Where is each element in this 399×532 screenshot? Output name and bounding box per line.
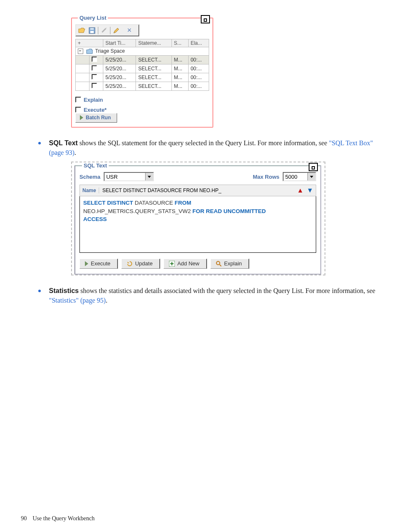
name-header[interactable]: Name bbox=[82, 188, 99, 193]
query-list-table: + Start Ti... Stateme... S... Ela... bbox=[75, 39, 209, 91]
cell-start: 5/25/20... bbox=[103, 82, 136, 90]
sql-text-term: SQL Text bbox=[49, 139, 78, 146]
page-title: Use the Query Workbench bbox=[33, 515, 95, 522]
group-label: Triage Space bbox=[95, 48, 125, 54]
maxrows-label: Max Rows bbox=[253, 174, 279, 180]
cell-stmt: SELECT... bbox=[136, 55, 171, 64]
expand-up-icon[interactable]: ▲ bbox=[297, 187, 304, 194]
statistics-term: Statistics bbox=[49, 287, 79, 294]
toolbar-separator bbox=[110, 27, 110, 34]
magnifier-icon bbox=[216, 261, 222, 267]
page-number: 90 bbox=[21, 515, 27, 522]
col-elapsed[interactable]: Ela... bbox=[188, 39, 209, 47]
add-new-button[interactable]: Add New bbox=[164, 259, 207, 269]
table-header-row: + Start Ti... Stateme... S... Ela... bbox=[76, 39, 209, 47]
query-list-footer: Explain Execute* Batch Run bbox=[75, 97, 209, 123]
row-checkbox[interactable] bbox=[92, 83, 97, 88]
col-s[interactable]: S... bbox=[171, 39, 188, 47]
svg-point-5 bbox=[216, 261, 220, 265]
table-row[interactable]: 5/25/20... SELECT... M... 00:... bbox=[76, 55, 209, 64]
svg-rect-1 bbox=[90, 31, 94, 33]
cell-ela: 00:... bbox=[188, 55, 209, 64]
toolbar-separator bbox=[98, 27, 98, 34]
sql-text-title: SQL Text bbox=[82, 162, 109, 169]
cell-ela: 00:... bbox=[188, 73, 209, 82]
sql-body[interactable]: SELECT DISTINCT DATASOURCE FROM NEO.HP_M… bbox=[79, 196, 316, 253]
bullet-icon: • bbox=[38, 288, 41, 294]
batch-run-button[interactable]: Batch Run bbox=[75, 113, 117, 123]
col-start-time[interactable]: Start Ti... bbox=[103, 39, 136, 47]
execute-label[interactable]: Execute* bbox=[84, 107, 107, 113]
save-icon[interactable] bbox=[88, 27, 96, 34]
explain-checkbox[interactable] bbox=[75, 97, 81, 103]
cell-stmt: SELECT... bbox=[136, 64, 171, 73]
paragraph-statistics: Statistics shows the statistics and deta… bbox=[49, 286, 378, 305]
pencil-icon[interactable] bbox=[112, 27, 120, 34]
row-checkbox[interactable] bbox=[92, 74, 97, 80]
folder-icon bbox=[86, 49, 93, 54]
explain-button[interactable]: Explain bbox=[210, 259, 250, 269]
open-folder-icon[interactable] bbox=[78, 27, 86, 34]
cell-start: 5/25/20... bbox=[103, 73, 136, 82]
explain-label[interactable]: Explain bbox=[84, 97, 103, 103]
link-statistics[interactable]: "Statistics" (page 95) bbox=[49, 297, 106, 304]
schema-value: USR bbox=[106, 174, 118, 180]
execute-checkbox[interactable] bbox=[75, 107, 81, 113]
maximize-icon[interactable] bbox=[309, 163, 318, 171]
bullet-icon: • bbox=[38, 141, 41, 146]
cell-ela: 00:... bbox=[188, 64, 209, 73]
sql-text-panel: SQL Text Schema USR Max Rows 5000 Name S… bbox=[74, 162, 321, 275]
row-checkbox[interactable] bbox=[92, 57, 97, 62]
row-checkbox[interactable] bbox=[92, 65, 97, 71]
plus-icon bbox=[169, 261, 175, 267]
cell-stmt: SELECT... bbox=[136, 73, 171, 82]
schema-select[interactable]: USR bbox=[104, 172, 154, 181]
expand-down-icon[interactable]: ▼ bbox=[307, 187, 313, 194]
col-statement[interactable]: Stateme... bbox=[136, 39, 171, 47]
close-x-icon[interactable]: × bbox=[122, 26, 137, 35]
svg-point-3 bbox=[106, 27, 107, 28]
update-button[interactable]: Update bbox=[121, 259, 160, 269]
cell-s: M... bbox=[171, 82, 188, 90]
cell-ela: 00:... bbox=[188, 82, 209, 90]
chevron-down-icon[interactable] bbox=[307, 173, 315, 180]
maxrows-select[interactable]: 5000 bbox=[283, 172, 316, 181]
name-value: SELECT DISTINCT DATASOURCE FROM NEO.HP_ bbox=[102, 188, 221, 193]
table-row[interactable]: 5/25/20... SELECT... M... 00:... bbox=[76, 82, 209, 90]
refresh-icon bbox=[127, 261, 133, 267]
maximize-icon[interactable] bbox=[201, 15, 210, 23]
magic-wand-icon[interactable] bbox=[100, 27, 108, 34]
cell-stmt: SELECT... bbox=[136, 82, 171, 90]
query-list-panel: Query List × bbox=[71, 15, 213, 128]
cell-s: M... bbox=[171, 55, 188, 64]
cell-start: 5/25/20... bbox=[103, 64, 136, 73]
batch-run-label: Batch Run bbox=[86, 115, 111, 121]
schema-label: Schema bbox=[79, 174, 100, 180]
table-row[interactable]: 5/25/20... SELECT... M... 00:... bbox=[76, 73, 209, 82]
paragraph-sql-text: SQL Text shows the SQL statement for the… bbox=[49, 138, 378, 157]
name-row: Name SELECT DISTINCT DATASOURCE FROM NEO… bbox=[79, 185, 316, 196]
page-footer: 90 Use the Query Workbench bbox=[21, 515, 95, 522]
table-row[interactable]: 5/25/20... SELECT... M... 00:... bbox=[76, 64, 209, 73]
query-list-toolbar: × bbox=[75, 24, 139, 36]
svg-rect-2 bbox=[90, 28, 94, 30]
col-plus[interactable]: + bbox=[76, 39, 103, 47]
play-icon bbox=[85, 261, 88, 266]
query-list-title: Query List bbox=[78, 15, 108, 21]
maxrows-value: 5000 bbox=[285, 174, 297, 180]
collapse-icon[interactable] bbox=[78, 49, 83, 54]
cell-s: M... bbox=[171, 73, 188, 82]
chevron-down-icon[interactable] bbox=[145, 173, 153, 180]
cell-start: 5/25/20... bbox=[103, 55, 136, 64]
cell-s: M... bbox=[171, 64, 188, 73]
group-row-triage-space[interactable]: Triage Space bbox=[76, 47, 209, 56]
execute-button[interactable]: Execute bbox=[79, 259, 118, 269]
play-icon bbox=[80, 115, 83, 120]
